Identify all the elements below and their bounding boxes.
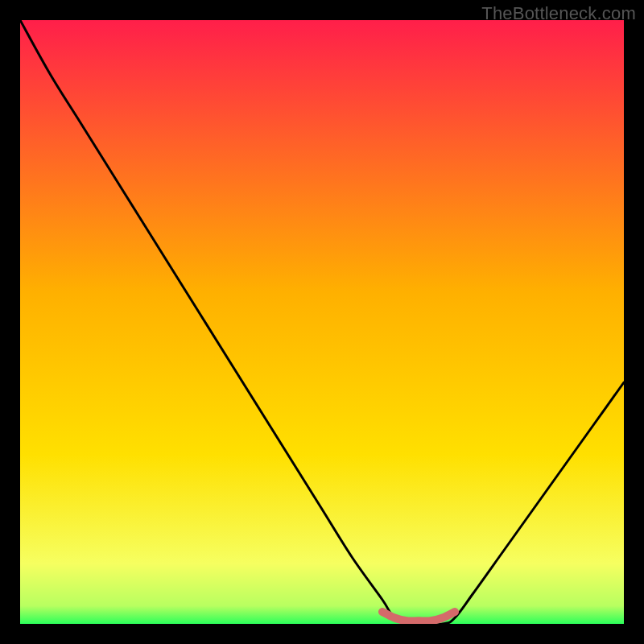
chart-frame: TheBottleneck.com: [0, 0, 644, 644]
gradient-background: [20, 20, 624, 624]
plot-area: [20, 20, 624, 624]
watermark-text: TheBottleneck.com: [481, 3, 636, 24]
chart-svg: [20, 20, 624, 624]
